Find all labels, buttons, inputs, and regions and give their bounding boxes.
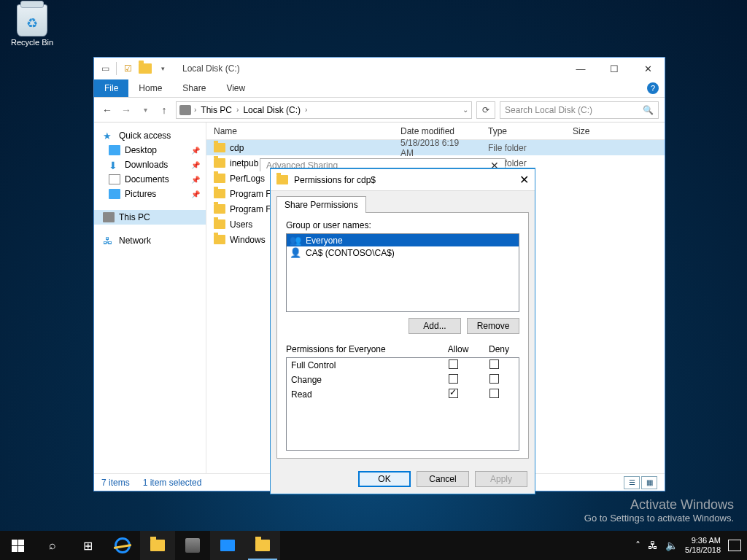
- nav-network[interactable]: 🖧 Network: [94, 233, 206, 248]
- start-button[interactable]: [0, 531, 35, 560]
- chevron-right-icon[interactable]: ›: [194, 106, 196, 114]
- column-size[interactable]: Size: [565, 126, 665, 136]
- column-name[interactable]: Name: [206, 126, 393, 136]
- nav-this-pc[interactable]: This PC: [94, 210, 206, 225]
- permissions-titlebar[interactable]: Permissions for cdp$ ✕: [271, 169, 535, 191]
- column-date[interactable]: Date modified: [393, 126, 481, 136]
- close-button[interactable]: ✕: [519, 173, 529, 187]
- nav-back-icon[interactable]: ←: [100, 104, 115, 116]
- close-button[interactable]: ✕: [631, 58, 665, 79]
- search-placeholder: Search Local Disk (C:): [505, 105, 592, 115]
- permission-name: Read: [291, 389, 433, 400]
- deny-checkbox[interactable]: [489, 374, 499, 384]
- tab-home[interactable]: Home: [128, 79, 172, 97]
- user-list[interactable]: 👥Everyone👤CA$ (CONTOSO\CA$): [286, 233, 519, 312]
- folder-icon: [255, 540, 270, 551]
- remove-button[interactable]: Remove: [467, 318, 519, 334]
- permissions-for-label: Permissions for Everyone: [286, 344, 438, 354]
- qat-dropdown-icon[interactable]: ▾: [155, 61, 171, 77]
- desktop-icon-recycle-bin[interactable]: ♻ Recycle Bin: [7, 4, 57, 47]
- file-name: Users: [230, 219, 252, 230]
- tab-view[interactable]: View: [216, 79, 255, 97]
- breadcrumb-leaf[interactable]: Local Disk (C:): [241, 105, 302, 115]
- user-row[interactable]: 👤CA$ (CONTOSO\CA$): [287, 246, 519, 259]
- nav-up-icon[interactable]: ↑: [157, 104, 171, 116]
- task-view-button[interactable]: ⊞: [70, 531, 105, 560]
- permissions-title: Permissions for cdp$: [294, 175, 376, 185]
- view-details-button[interactable]: ☰: [624, 476, 640, 489]
- cancel-button[interactable]: Cancel: [417, 471, 469, 487]
- taskbar-open-folder[interactable]: [245, 531, 280, 560]
- allow-checkbox[interactable]: [449, 389, 458, 398]
- add-button[interactable]: Add...: [409, 318, 461, 334]
- windows-icon: [12, 540, 24, 552]
- folder-icon: [214, 235, 225, 244]
- qat-pc-icon[interactable]: ▭: [97, 61, 113, 77]
- chevron-right-icon[interactable]: ›: [305, 106, 307, 114]
- explorer-icon: [150, 540, 165, 551]
- tab-file[interactable]: File: [94, 79, 128, 97]
- column-type[interactable]: Type: [481, 126, 565, 136]
- allow-checkbox[interactable]: [449, 359, 458, 369]
- address-dropdown-icon[interactable]: ⌄: [462, 106, 468, 114]
- allow-checkbox[interactable]: [449, 374, 458, 384]
- file-name: PerfLogs: [230, 174, 265, 184]
- pin-icon: 📌: [191, 161, 200, 169]
- taskbar-server-manager[interactable]: [175, 531, 210, 560]
- breadcrumb-root[interactable]: This PC: [199, 105, 233, 115]
- folder-icon: [214, 189, 225, 198]
- pictures-icon: [109, 189, 120, 199]
- file-name: cdp: [230, 143, 244, 153]
- tray-chevron-icon[interactable]: ˄: [635, 540, 640, 551]
- nav-desktop[interactable]: Desktop 📌: [94, 143, 206, 158]
- nav-documents[interactable]: Documents 📌: [94, 172, 206, 187]
- tray-volume-icon[interactable]: 🔈: [665, 540, 678, 551]
- taskbar-explorer[interactable]: [140, 531, 175, 560]
- file-date: 5/18/2018 6:19 AM: [393, 138, 481, 158]
- chevron-right-icon[interactable]: ›: [236, 106, 239, 114]
- search-input[interactable]: Search Local Disk (C:) 🔍: [500, 101, 659, 119]
- explorer-titlebar[interactable]: ▭ ☑ ▾ Local Disk (C:) — ☐ ✕: [94, 58, 665, 79]
- tab-share[interactable]: Share: [172, 79, 216, 97]
- nav-forward-icon[interactable]: →: [119, 104, 133, 116]
- nav-pictures[interactable]: Pictures 📌: [94, 187, 206, 201]
- apply-button[interactable]: Apply: [475, 471, 527, 487]
- permission-row: Full Control: [287, 358, 519, 373]
- file-type: File folder: [481, 143, 565, 153]
- taskbar-clock[interactable]: 9:36 AM 5/18/2018: [685, 536, 721, 555]
- folder-icon: [214, 174, 225, 183]
- user-name: Everyone: [306, 236, 343, 246]
- server-icon: [185, 538, 200, 553]
- qat-folder-icon[interactable]: [137, 61, 153, 77]
- qat-properties-icon[interactable]: ☑: [120, 61, 136, 77]
- maximize-button[interactable]: ☐: [597, 58, 631, 79]
- view-icons-button[interactable]: ▦: [641, 476, 657, 489]
- deny-checkbox[interactable]: [489, 359, 499, 369]
- nav-recent-icon[interactable]: ▾: [138, 106, 152, 114]
- tab-share-permissions[interactable]: Share Permissions: [276, 196, 366, 213]
- action-center-icon[interactable]: [728, 540, 741, 551]
- refresh-button[interactable]: ⟳: [476, 101, 495, 119]
- permissions-panel: Group or user names: 👥Everyone👤CA$ (CONT…: [276, 212, 529, 459]
- nav-downloads[interactable]: ⬇ Downloads 📌: [94, 158, 206, 172]
- nav-label: Downloads: [125, 160, 168, 170]
- address-bar[interactable]: › This PC › Local Disk (C:) › ⌄: [176, 101, 472, 119]
- address-bar-row: ← → ▾ ↑ › This PC › Local Disk (C:) › ⌄ …: [94, 98, 665, 122]
- taskbar-ie[interactable]: [105, 531, 140, 560]
- minimize-button[interactable]: —: [564, 58, 597, 79]
- nav-label: Desktop: [125, 145, 157, 155]
- taskbar-mmc[interactable]: [210, 531, 245, 560]
- file-row[interactable]: cdp5/18/2018 6:19 AMFile folder: [206, 140, 665, 155]
- user-name: CA$ (CONTOSO\CA$): [306, 248, 395, 258]
- task-view-icon: ⊞: [83, 539, 93, 553]
- taskbar-search-button[interactable]: ⌕: [35, 531, 70, 560]
- search-icon[interactable]: 🔍: [643, 105, 654, 115]
- user-row[interactable]: 👥Everyone: [287, 234, 519, 246]
- ok-button[interactable]: OK: [358, 471, 411, 487]
- help-icon[interactable]: ?: [647, 82, 659, 94]
- download-icon: ⬇: [109, 160, 120, 170]
- tray-network-icon[interactable]: 🖧: [648, 540, 658, 551]
- deny-checkbox[interactable]: [489, 389, 499, 398]
- nav-quick-access[interactable]: ★ Quick access: [94, 128, 206, 143]
- watermark-subtitle: Go to Settings to activate Windows.: [584, 513, 734, 524]
